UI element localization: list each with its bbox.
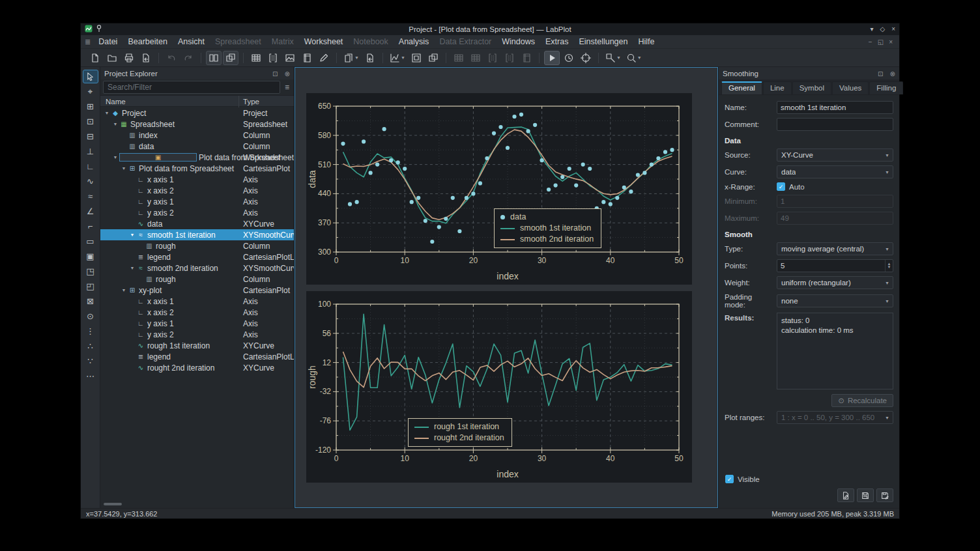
float-dock-icon[interactable]: ⊡ — [878, 70, 883, 78]
menu-worksheet[interactable]: Worksheet — [299, 36, 349, 47]
navigate-button[interactable] — [544, 51, 560, 65]
weight-select[interactable]: uniform (rectangular) ▼ — [777, 276, 893, 289]
type-select[interactable]: moving average (central) ▼ — [777, 242, 893, 255]
more-options-tool[interactable]: ⋮ — [83, 324, 98, 338]
menubar-app-icon[interactable]: ≣ — [85, 38, 91, 46]
tree-row-rought-2nd-iteration-xycurve[interactable]: ∿rought 2nd iterationXYCurve — [100, 362, 294, 373]
menu-datei[interactable]: Datei — [93, 36, 122, 47]
tree-row-y-axis-1-axis[interactable]: ∟y axis 1Axis — [100, 318, 294, 329]
tree-column-headers[interactable]: Name Type — [100, 95, 294, 107]
titlebar[interactable]: Project - [Plot data from Spreadsheet] —… — [81, 23, 899, 35]
points-stepper[interactable]: ▲▼ — [777, 259, 893, 272]
menu-einstellungen[interactable]: Einstellungen — [573, 36, 633, 47]
add-smooth-tool[interactable]: ≈ — [83, 190, 98, 203]
tree-row-rough-column[interactable]: ▥roughColumn — [100, 240, 294, 251]
close-button[interactable]: × — [891, 23, 895, 35]
distribute-tool[interactable]: ∵ — [83, 354, 98, 368]
add-axis-tool[interactable]: ⊥ — [83, 145, 98, 158]
float-panel-icon[interactable]: ⊡ — [272, 70, 278, 78]
plot-area-rough[interactable]: 01020304050-120-76-321256100indexroughro… — [306, 291, 692, 483]
magnification-button[interactable]: ▼ — [624, 51, 644, 65]
tab-line[interactable]: Line — [763, 81, 792, 94]
import-data-button[interactable] — [362, 51, 378, 65]
plot-area-data[interactable]: 01020304050300370440510580650indexdatada… — [306, 93, 692, 285]
export-button[interactable] — [837, 488, 854, 502]
tree-row-y-axis-1-axis[interactable]: ∟y axis 1Axis — [100, 196, 294, 207]
scrollbar-thumb[interactable] — [104, 503, 122, 505]
add-textbox-tool[interactable]: ▭ — [83, 234, 98, 248]
draw-axis-tool[interactable]: ∟ — [83, 160, 98, 173]
maximize-button[interactable]: ◇ — [880, 23, 885, 35]
zoom-in-tool[interactable]: ⊡ — [83, 115, 98, 128]
new-datapicker-button[interactable] — [316, 51, 332, 65]
layout-vertical-tool[interactable]: ◳ — [83, 264, 98, 278]
tree-row-project-project[interactable]: ▼◆ProjectProject — [100, 107, 294, 119]
points-field[interactable] — [777, 259, 893, 272]
snap-tool[interactable]: ⊙ — [83, 309, 98, 323]
menu-analysis[interactable]: Analysis — [394, 36, 435, 47]
tree-row-index-column[interactable]: ▥indexColumn — [100, 130, 294, 141]
new-spreadsheet-button[interactable] — [248, 51, 264, 65]
print-button[interactable] — [121, 51, 137, 65]
tree-row-x-axis-1-axis[interactable]: ∟x axis 1Axis — [100, 174, 294, 185]
tree-row-y-axis-2-axis[interactable]: ∟y axis 2Axis — [100, 207, 294, 218]
tab-filling[interactable]: Filling — [869, 81, 903, 94]
new-matrix-button[interactable] — [265, 51, 281, 65]
save-as-button[interactable] — [876, 488, 893, 502]
stepper-arrows-icon[interactable]: ▲▼ — [885, 260, 893, 272]
tree-row-legend-cartesianplotlegend[interactable]: ≣legendCartesianPlotLegend — [100, 251, 294, 262]
tree-row-x-axis-2-axis[interactable]: ∟x axis 2Axis — [100, 307, 294, 318]
add-image-tool[interactable]: ▣ — [83, 249, 98, 263]
recalculate-button[interactable]: ⊙ Recalculate — [831, 394, 893, 407]
comment-field[interactable] — [777, 118, 893, 131]
tab-values[interactable]: Values — [832, 81, 869, 94]
tree-row-data-column[interactable]: ▥dataColumn — [100, 141, 294, 152]
expand-arrow-icon[interactable]: ▼ — [120, 166, 128, 171]
new-notebook-button[interactable] — [299, 51, 315, 65]
add-angle-tool[interactable]: ∠ — [83, 205, 98, 218]
worksheet-view[interactable]: 01020304050300370440510580650indexdatada… — [295, 67, 718, 508]
tree-row-rough-1st-iteration-xycurve[interactable]: ∿rough 1st iterationXYCurve — [100, 340, 294, 351]
tree-row-x-axis-1-axis[interactable]: ∟x axis 1Axis — [100, 296, 294, 307]
visible-checkbox[interactable]: ✓ — [725, 475, 734, 483]
history-button[interactable] — [561, 51, 577, 65]
legend-plot-2[interactable]: rough 1st iterationrought 2nd iteration — [408, 418, 512, 447]
child-close-button[interactable]: × — [889, 38, 893, 46]
column-header-name[interactable]: Name — [106, 96, 126, 107]
menu-bearbeiten[interactable]: Bearbeiten — [122, 36, 172, 47]
tree-row-data-xycurve[interactable]: ∿dataXYCurve — [100, 218, 294, 229]
source-select[interactable]: XY-Curve ▼ — [777, 148, 893, 162]
zoom-out-tool[interactable]: ⊟ — [83, 130, 98, 143]
expand-arrow-icon[interactable]: ▼ — [128, 266, 136, 270]
tree-row-spreadsheet-spreadsheet[interactable]: ▼▦SpreadsheetSpreadsheet — [100, 119, 294, 130]
close-panel-icon[interactable]: ⊗ — [285, 70, 290, 78]
close-dock-icon[interactable]: ⊗ — [890, 70, 895, 78]
legend-plot-1[interactable]: datasmooth 1st iterationsmooth 2nd itera… — [494, 208, 601, 248]
save-button[interactable] — [857, 488, 874, 502]
new-project-button[interactable] — [87, 51, 103, 65]
align-tool[interactable]: ∴ — [83, 339, 98, 353]
crosshair-cursor-tool[interactable]: ⌖ — [83, 85, 98, 98]
menu-extras[interactable]: Extras — [540, 36, 573, 47]
tab-general[interactable]: General — [721, 81, 762, 94]
auto-checkbox[interactable]: ✓ — [777, 182, 785, 191]
select-tool[interactable] — [83, 70, 98, 83]
new-worksheet-button[interactable] — [282, 51, 298, 65]
cursor-crosshair-button[interactable] — [578, 51, 594, 65]
tile-windows-button[interactable] — [206, 51, 222, 65]
tree-row-x-axis-2-axis[interactable]: ∟x axis 2Axis — [100, 185, 294, 196]
fit-to-page-button[interactable] — [409, 51, 424, 65]
menu-hilfe[interactable]: Hilfe — [633, 36, 659, 47]
padding-mode-select[interactable]: none ▼ — [777, 294, 893, 307]
name-field[interactable] — [777, 101, 893, 114]
add-legend-tool[interactable]: ⌐ — [83, 219, 98, 233]
menu-windows[interactable]: Windows — [497, 36, 540, 47]
overflow-tool[interactable]: ⋯ — [83, 369, 98, 383]
tree-row-xy-plot-cartesianplot[interactable]: ▼⊞xy-plotCartesianPlot — [100, 285, 294, 296]
tree-row-plot-data-from-spreadsheet-cartesianplot[interactable]: ▼⊞Plot data from SpreadsheetCartesianPlo… — [100, 163, 294, 174]
search-input[interactable] — [103, 81, 280, 94]
tree-row-y-axis-2-axis[interactable]: ∟y axis 2Axis — [100, 329, 294, 340]
curve-select[interactable]: data ▼ — [777, 165, 893, 178]
tree-row-legend-cartesianplotlegend[interactable]: ≣legendCartesianPlotLegend — [100, 351, 294, 362]
pin-icon[interactable] — [96, 25, 102, 35]
